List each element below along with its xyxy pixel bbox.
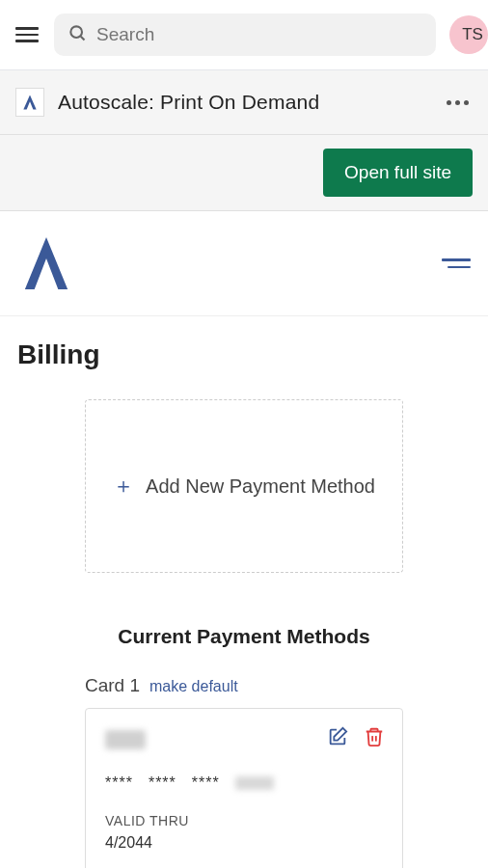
avatar-initials: TS (462, 25, 483, 44)
hamburger-menu-icon[interactable] (14, 25, 41, 44)
search-icon (68, 23, 87, 46)
delete-icon[interactable] (364, 726, 385, 751)
card-mask-group: **** (149, 774, 176, 792)
search-input[interactable] (96, 24, 422, 45)
open-site-banner: Open full site (0, 135, 488, 211)
card-number: **** **** **** (105, 774, 383, 792)
search-input-wrapper[interactable] (54, 14, 436, 56)
app-tab-title: Autoscale: Print On Demand (58, 91, 429, 114)
main-content: Billing ＋ Add New Payment Method Current… (0, 316, 488, 868)
card-label: Card 1 (85, 675, 140, 696)
app-tab-row: Autoscale: Print On Demand (0, 70, 488, 135)
avatar[interactable]: TS (449, 15, 488, 54)
secondary-menu-icon[interactable] (442, 258, 471, 268)
make-default-link[interactable]: make default (149, 678, 238, 695)
brand-logo-icon[interactable] (17, 232, 75, 294)
card-last4-redacted (235, 776, 274, 790)
edit-icon[interactable] (327, 726, 348, 751)
add-payment-method-button[interactable]: ＋ Add New Payment Method (85, 399, 403, 573)
more-options-icon[interactable] (443, 96, 473, 109)
page-title: Billing (17, 339, 471, 370)
plus-icon: ＋ (113, 472, 134, 501)
card-mask-group: **** (105, 774, 133, 792)
app-logo-small (15, 88, 44, 117)
secondary-header (0, 211, 488, 316)
valid-thru-label: VALID THRU (105, 813, 383, 828)
svg-line-1 (81, 37, 85, 41)
payment-card: **** **** **** VALID THRU 4/2044 (85, 708, 403, 868)
card-mask-group: **** (192, 774, 220, 792)
svg-point-0 (70, 26, 82, 38)
card-brand-redacted (105, 730, 146, 749)
open-full-site-button[interactable]: Open full site (323, 149, 473, 197)
card-expiry: 4/2044 (105, 834, 383, 852)
current-methods-heading: Current Payment Methods (17, 625, 471, 648)
add-payment-label: Add New Payment Method (146, 475, 375, 498)
